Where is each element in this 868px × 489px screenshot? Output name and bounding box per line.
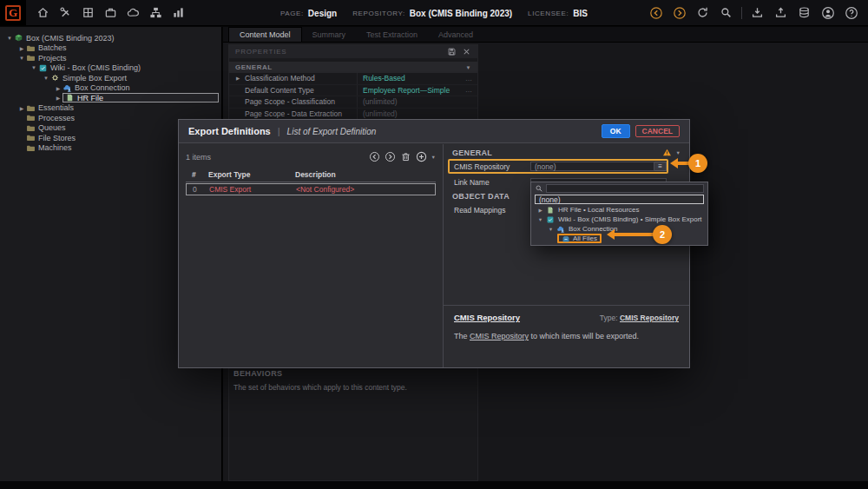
expander-icon[interactable]: ▶ (17, 105, 26, 111)
ellipsis-icon[interactable]: … (465, 86, 477, 94)
app-logo[interactable]: G (0, 0, 26, 26)
chart-icon[interactable] (170, 4, 187, 21)
sidebar-item-simple-box-export[interactable]: ▼ Simple Box Export (0, 73, 221, 83)
refresh-icon[interactable] (694, 4, 711, 21)
all-files-highlight-box[interactable]: All Files (557, 234, 602, 243)
forward-circle-button[interactable] (671, 4, 687, 21)
type-value-link[interactable]: CMIS Repository (620, 314, 679, 322)
expander-icon[interactable]: ▶ (54, 85, 62, 91)
property-value[interactable]: (unlimited) (358, 97, 472, 106)
ellipsis-icon[interactable]: … (465, 75, 477, 83)
general-section-header[interactable]: GENERAL ▼ (229, 62, 477, 73)
grid-icon[interactable] (80, 4, 96, 21)
help-box-description: The set of behaviors which apply to this… (233, 383, 473, 392)
account-icon[interactable] (819, 4, 836, 21)
property-row[interactable]: Page Scope - Data Extraction (unlimited) (229, 109, 477, 121)
help-description-link[interactable]: CMIS Repository (470, 332, 529, 340)
tools-icon[interactable] (57, 4, 74, 21)
back-circle-button[interactable] (648, 4, 664, 21)
home-icon[interactable] (35, 4, 51, 21)
sidebar-item-projects[interactable]: ▼ Projects (0, 53, 221, 63)
hierarchy-icon[interactable] (148, 4, 164, 21)
project-icon (546, 215, 555, 224)
list-toolbar: ▼ (369, 151, 436, 162)
property-name: Default Content Type (245, 86, 314, 95)
sidebar-item-box-connection[interactable]: ▶ Box Connection (0, 83, 221, 94)
licensee-value[interactable]: BIS (573, 9, 588, 18)
save-icon[interactable] (447, 47, 457, 56)
delete-item-button[interactable] (400, 151, 411, 162)
chevron-down-icon[interactable]: ▼ (676, 150, 681, 155)
tab-test-extraction[interactable]: Test Extraction (356, 28, 428, 42)
dropdown-item-none-selected[interactable]: (none) (535, 195, 704, 204)
property-name: Page Scope - Classification (245, 97, 335, 106)
move-down-button[interactable] (385, 151, 396, 162)
sidebar-item-batches[interactable]: ▶ Batches (0, 43, 221, 54)
upload-icon[interactable] (773, 4, 789, 21)
tab-advanced[interactable]: Advanced (428, 28, 483, 42)
dropdown-tree-item-hr-file[interactable]: ▶ HR File • Local Resources (531, 205, 707, 215)
top-bar: G PAGE: Design REPOSITORY: Box (CMIS Bin… (0, 0, 868, 26)
callout-1-arrowhead (670, 158, 678, 169)
cmis-repository-row-highlighted[interactable]: CMIS Repository (none) ≡ (448, 159, 668, 174)
object-data-header[interactable]: OBJECT DATA (452, 192, 510, 201)
property-value[interactable]: (unlimited) (358, 109, 472, 118)
expander-icon[interactable]: ▼ (5, 36, 14, 41)
sidebar-item-hr-file[interactable]: ▶ HR File (0, 93, 221, 103)
table-row[interactable]: 0 CMIS Export <Not Configured> (186, 183, 436, 195)
add-item-caret-icon[interactable]: ▼ (431, 155, 436, 160)
property-value[interactable]: Employee Report—Simple (358, 86, 465, 95)
topbar-nav-icons (35, 4, 187, 21)
column-header-index[interactable]: # (186, 170, 208, 179)
export-definitions-dialog: Export Definitions | List of Export Defi… (178, 119, 690, 368)
briefcase-icon[interactable] (102, 4, 119, 21)
column-header-description[interactable]: Description (295, 170, 436, 179)
general-header[interactable]: GENERAL ▼ (452, 148, 681, 157)
expander-icon[interactable]: ▼ (536, 217, 544, 222)
sidebar-item-essentials[interactable]: ▶ Essentials (0, 103, 221, 114)
expander-icon[interactable]: ▶ (17, 45, 26, 51)
property-value[interactable]: Rules-Based (358, 74, 465, 83)
close-icon[interactable] (462, 47, 471, 56)
chevron-down-icon[interactable]: ▼ (466, 65, 471, 70)
add-item-button[interactable] (416, 151, 427, 162)
property-row[interactable]: ▶ Classification Method Rules-Based … (229, 73, 477, 85)
row-expander-icon[interactable]: ▶ (236, 76, 242, 81)
dropdown-tree-item-wiki-project[interactable]: ▼ Wiki - Box (CMIS Binding) • Simple Box… (531, 215, 707, 224)
cmis-repository-value-field[interactable]: (none) (530, 162, 654, 171)
tab-content-model[interactable]: Content Model (228, 27, 302, 42)
tab-summary[interactable]: Summary (302, 28, 357, 42)
item-count: 1 items (186, 153, 211, 162)
expander-icon[interactable]: ▶ (536, 208, 544, 213)
expander-icon[interactable]: ▼ (547, 227, 555, 232)
dropdown-menu-button[interactable]: ≡ (654, 162, 667, 171)
help-icon[interactable] (843, 4, 859, 21)
sidebar-item-repository-root[interactable]: ▼ Box (CMIS Binding 2023) (0, 33, 221, 43)
selected-node-highlight[interactable]: HR File (62, 93, 219, 102)
expander-icon[interactable]: ▼ (17, 56, 26, 61)
database-icon[interactable] (796, 4, 812, 21)
search-icon[interactable] (718, 4, 734, 21)
help-property-name-link[interactable]: CMIS Repository (454, 313, 520, 322)
properties-header: PROPERTIES (229, 45, 477, 58)
repository-value[interactable]: Box (CMIS Binding 2023) (410, 9, 512, 18)
expander-icon[interactable]: ▼ (42, 76, 50, 81)
sidebar-item-label: Box (CMIS Binding 2023) (26, 34, 115, 43)
property-row[interactable]: Default Content Type Employee Report—Sim… (229, 85, 477, 97)
page-value[interactable]: Design (308, 9, 337, 18)
column-header-export-type[interactable]: Export Type (208, 170, 295, 179)
cancel-button[interactable]: CANCEL (635, 125, 680, 137)
move-up-button[interactable] (369, 151, 380, 162)
cmis-repository-label: CMIS Repository (450, 162, 530, 171)
download-icon[interactable] (749, 4, 766, 21)
callout-1-badge: 1 (688, 154, 707, 173)
dropdown-item-label: Wiki - Box (CMIS Binding) • Simple Box E… (558, 215, 702, 223)
property-row[interactable]: Page Scope - Classification (unlimited) (229, 96, 477, 109)
cloud-icon[interactable] (125, 4, 141, 21)
expander-icon[interactable]: ▶ (54, 95, 62, 101)
sidebar-item-wiki-project[interactable]: ▼ Wiki - Box (CMIS Binding) (0, 63, 221, 74)
expander-icon[interactable]: ▼ (30, 65, 38, 70)
dropdown-search-input[interactable] (546, 184, 704, 193)
ok-button[interactable]: OK (602, 124, 630, 138)
folder-icon (26, 113, 36, 122)
